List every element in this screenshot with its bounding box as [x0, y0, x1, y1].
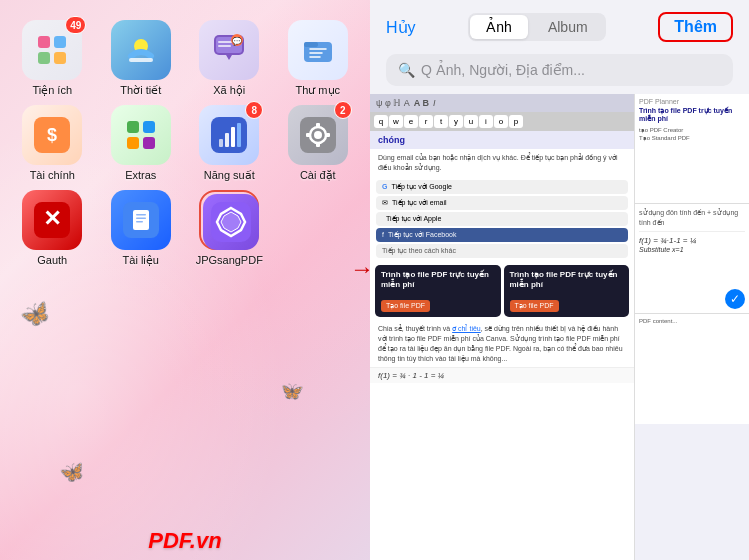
svg-rect-5 — [129, 58, 153, 62]
picker-header: Hủy Ảnh Album Thêm — [370, 0, 749, 50]
svg-point-27 — [314, 131, 322, 139]
svg-rect-35 — [133, 210, 149, 230]
ss-toolbar-b: A B — [414, 98, 429, 108]
screenshot-content: ψ φ ℍ A A B I q w e r t y u i o — [370, 94, 749, 560]
app-jpgsang[interactable]: JPGsangPDF — [189, 190, 270, 267]
svg-rect-37 — [136, 218, 146, 220]
ss-heading: chóng — [370, 131, 634, 149]
app-grid: 49 Tiện ích Thời tiết — [0, 0, 370, 277]
key-w: w — [389, 115, 403, 128]
taichinh-icon: $ — [22, 105, 82, 165]
svg-text:✕: ✕ — [43, 206, 61, 231]
svg-rect-0 — [38, 36, 50, 48]
thoitiet-icon — [111, 20, 171, 80]
svg-rect-16 — [127, 121, 139, 133]
ss-doc-content: chóng Dùng email của bạn hoặc nhận dịch … — [370, 131, 634, 560]
xahoi-label: Xã hội — [213, 84, 245, 97]
key-e: e — [404, 115, 418, 128]
taichinh-label: Tài chính — [30, 169, 75, 181]
svg-rect-28 — [316, 123, 320, 127]
svg-rect-38 — [136, 221, 143, 223]
photo-picker: Hủy Ảnh Album Thêm 🔍 Q Ảnh, Người, Địa đ… — [370, 0, 749, 560]
ss-keyboard: q w e r t y u i o p — [370, 112, 634, 131]
app-taichinh[interactable]: $ Tài chính — [12, 105, 93, 182]
butterfly-decoration-3: 🦋 — [58, 458, 87, 486]
key-r: r — [419, 115, 433, 128]
gauth-label: Gauth — [37, 254, 67, 266]
svg-rect-22 — [225, 133, 229, 147]
key-u: u — [464, 115, 478, 128]
photo-grid[interactable]: ψ φ ℍ A A B I q w e r t y u i o — [370, 94, 749, 560]
svg-text:💬: 💬 — [232, 36, 242, 46]
caidat-label: Cài đặt — [300, 169, 336, 182]
svg-rect-21 — [219, 139, 223, 147]
strip-item-1: PDF Planner Trình tạo file PDF trực tuyế… — [635, 94, 749, 204]
tienich-label: Tiện ích — [32, 84, 72, 97]
app-thumu[interactable]: Thư mục — [278, 20, 359, 97]
xahoi-icon: 💬 — [199, 20, 259, 80]
picker-tabs: Ảnh Album — [468, 13, 605, 41]
app-nangsuat[interactable]: 8 Năng suất — [189, 105, 270, 182]
extras-label: Extras — [125, 169, 156, 181]
ss-toolbar-i: I — [433, 98, 436, 108]
nangsuat-badge: 8 — [245, 101, 263, 119]
key-q: q — [374, 115, 388, 128]
butterfly-decoration: 🦋 — [16, 296, 54, 333]
app-xahoi[interactable]: 💬 Xã hội — [189, 20, 270, 97]
caidat-badge: 2 — [334, 101, 352, 119]
search-placeholder: Q Ảnh, Người, Địa điểm... — [421, 62, 585, 78]
strip-item-3: PDF content... — [635, 314, 749, 424]
app-extras[interactable]: Extras — [101, 105, 182, 182]
svg-rect-17 — [143, 121, 155, 133]
ss-cards: Trình tạo file PDF trực tuyến miễn phí T… — [370, 261, 634, 322]
svg-text:$: $ — [47, 125, 57, 145]
thumu-icon — [288, 20, 348, 80]
thoitiet-label: Thời tiết — [120, 84, 161, 97]
svg-rect-18 — [127, 137, 139, 149]
key-y: y — [449, 115, 463, 128]
cancel-button[interactable]: Hủy — [386, 18, 416, 37]
tailieu-icon — [111, 190, 171, 250]
app-thoitiet[interactable]: Thời tiết — [101, 20, 182, 97]
butterfly-decoration-2: 🦋 — [278, 378, 305, 405]
tab-album[interactable]: Album — [532, 15, 604, 39]
app-gauth[interactable]: ✕ Gauth — [12, 190, 93, 267]
app-caidat[interactable]: 2 Cài đặt — [278, 105, 359, 182]
svg-rect-29 — [316, 143, 320, 147]
key-i: i — [479, 115, 493, 128]
tab-anh[interactable]: Ảnh — [470, 15, 528, 39]
add-button[interactable]: Thêm — [658, 12, 733, 42]
app-tailieu[interactable]: Tài liệu — [101, 190, 182, 267]
svg-rect-31 — [326, 133, 330, 137]
right-thumbnail-strip: PDF Planner Trình tạo file PDF trực tuyế… — [634, 94, 749, 560]
ss-math: f(1) = ¾ · 1 - 1 = ¼ — [370, 367, 634, 383]
jpgsang-label: JPGsangPDF — [196, 254, 263, 266]
search-icon: 🔍 — [398, 62, 415, 78]
key-p: p — [509, 115, 523, 128]
tienich-badge: 49 — [65, 16, 86, 34]
pdf-watermark: PDF.vn — [0, 528, 370, 554]
ss-intro-text: Dùng email của bạn hoặc nhận dịch vụ khá… — [370, 149, 634, 177]
svg-rect-24 — [237, 123, 241, 147]
extras-icon — [111, 105, 171, 165]
home-screen: 🦋 🦋 🦋 49 Tiện ích — [0, 0, 370, 560]
arrow-indicator: → — [350, 255, 374, 283]
strip-item-2: sử dụng đôn tính đến + sử dụng tính đến … — [635, 204, 749, 314]
checkmark-badge: ✓ — [725, 289, 745, 309]
svg-rect-9 — [218, 45, 231, 47]
nangsuat-label: Năng suất — [204, 169, 255, 182]
svg-rect-3 — [54, 52, 66, 64]
key-t: t — [434, 115, 448, 128]
thumu-label: Thư mục — [295, 84, 340, 97]
ss-toolbar: ψ φ ℍ A A B I — [370, 94, 634, 112]
jpgsang-icon — [203, 194, 259, 250]
gauth-icon: ✕ — [22, 190, 82, 250]
ss-toolbar-symbols: ψ φ ℍ A — [376, 98, 410, 108]
svg-rect-36 — [136, 214, 146, 216]
search-bar[interactable]: 🔍 Q Ảnh, Người, Địa điểm... — [386, 54, 733, 86]
svg-rect-13 — [304, 42, 318, 47]
ss-social-buttons: G Tiếp tục với Google ✉ Tiếp tục với ema… — [370, 177, 634, 261]
app-tienich[interactable]: 49 Tiện ích — [12, 20, 93, 97]
key-o: o — [494, 115, 508, 128]
ss-article-text: Chia sẻ, thuyết trình và ơ chỉ tiêu, sẽ … — [370, 321, 634, 366]
